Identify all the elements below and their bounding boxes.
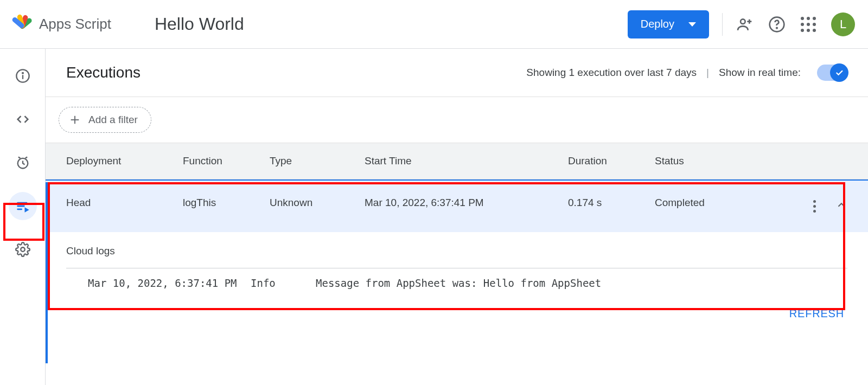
separator: | (706, 67, 709, 79)
col-header-status: Status (655, 155, 763, 167)
apps-script-logo-icon (10, 11, 34, 37)
log-entry: Mar 10, 2022, 6:37:41 PMInfoMessage from… (66, 277, 847, 289)
header-divider (722, 13, 723, 36)
gear-icon (15, 242, 30, 257)
help-icon[interactable] (768, 16, 786, 33)
avatar[interactable]: L (831, 12, 855, 36)
code-icon (15, 112, 30, 127)
sidebar-item-overview[interactable] (9, 62, 37, 90)
add-filter-button[interactable]: Add a filter (59, 107, 151, 133)
status-bar: Showing 1 execution over last 7 days | S… (526, 65, 847, 81)
execution-row[interactable]: Head logThis Unknown Mar 10, 2022, 6:37:… (46, 179, 868, 232)
app-header: Apps Script Hello World Deploy (0, 0, 868, 49)
col-header-duration: Duration (568, 155, 655, 167)
row-more-menu[interactable] (810, 197, 819, 216)
toggle-knob (830, 63, 848, 82)
svg-point-6 (776, 27, 777, 28)
realtime-toggle[interactable] (817, 65, 847, 81)
deploy-label: Deploy (641, 18, 674, 30)
executions-count-text: Showing 1 execution over last 7 days (526, 67, 697, 79)
sidebar-item-executions[interactable] (9, 192, 37, 220)
refresh-button[interactable]: REFRESH (789, 307, 844, 320)
panel-header: Executions Showing 1 execution over last… (46, 49, 868, 97)
log-timestamp: Mar 10, 2022, 6:37:41 PM (88, 277, 251, 289)
header-icons: L (736, 12, 855, 36)
svg-point-9 (22, 73, 23, 74)
google-apps-icon[interactable] (801, 17, 816, 32)
add-filter-label: Add a filter (88, 114, 138, 126)
collapse-icon[interactable] (835, 199, 847, 214)
cloud-logs-panel: Cloud logs Mar 10, 2022, 6:37:41 PMInfoM… (46, 232, 868, 289)
deploy-button[interactable]: Deploy (628, 10, 709, 39)
filter-row: Add a filter (46, 97, 868, 143)
info-icon (15, 68, 30, 84)
cell-status: Completed (655, 197, 763, 216)
brand: Apps Script (10, 11, 111, 37)
cell-start-time: Mar 10, 2022, 6:37:41 PM (365, 197, 568, 216)
check-icon (834, 68, 844, 78)
brand-text: Apps Script (39, 16, 111, 33)
svg-marker-14 (24, 207, 29, 212)
cloud-logs-title: Cloud logs (66, 245, 847, 257)
log-message: Message from AppSheet was: Hello from Ap… (316, 277, 601, 289)
log-level: Info (251, 277, 316, 289)
sidebar-item-settings[interactable] (9, 235, 37, 264)
logs-separator (66, 268, 847, 268)
col-header-deployment: Deployment (66, 155, 183, 167)
share-add-person-icon[interactable] (736, 16, 753, 33)
col-header-function: Function (183, 155, 270, 167)
col-header-start-time: Start Time (365, 155, 568, 167)
plus-icon (69, 114, 81, 126)
cell-type: Unknown (270, 197, 365, 216)
svg-point-4 (741, 19, 745, 24)
project-title[interactable]: Hello World (155, 14, 244, 34)
col-header-type: Type (270, 155, 365, 167)
sidebar-item-triggers[interactable] (9, 149, 37, 177)
cell-duration: 0.174 s (568, 197, 655, 216)
cell-function: logThis (183, 197, 270, 216)
table-header: Deployment Function Type Start Time Dura… (46, 143, 868, 179)
left-sidebar (0, 49, 46, 385)
page-title: Executions (66, 64, 141, 81)
cell-deployment: Head (66, 197, 183, 216)
svg-point-15 (21, 247, 24, 251)
selection-indicator (46, 182, 48, 363)
executions-icon (15, 198, 30, 214)
executions-panel: Executions Showing 1 execution over last… (46, 49, 868, 385)
clock-icon (15, 155, 30, 170)
realtime-label: Show in real time: (719, 67, 801, 79)
dropdown-arrow-icon (688, 22, 696, 27)
refresh-bar: REFRESH (46, 289, 868, 320)
sidebar-item-editor[interactable] (9, 105, 37, 133)
